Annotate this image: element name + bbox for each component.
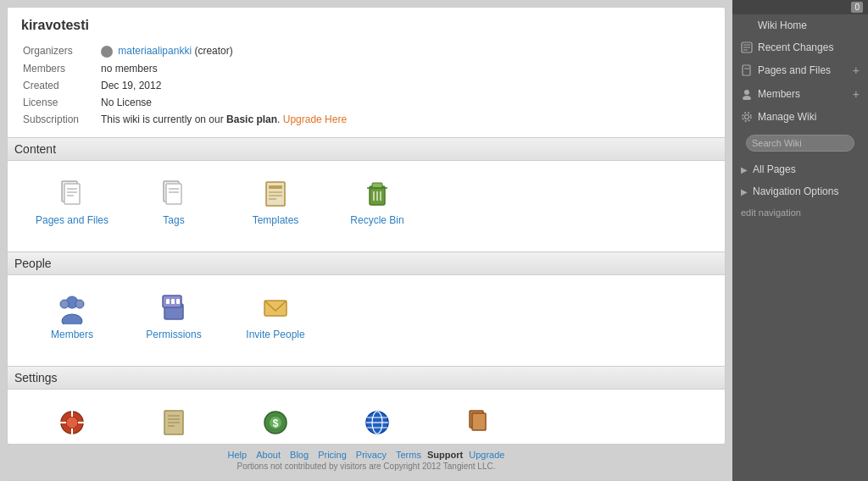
settings-section-header: Settings xyxy=(8,366,725,390)
pages-plus-btn[interactable]: + xyxy=(853,64,860,77)
organizers-label: Organizers xyxy=(23,43,99,59)
templates-label: Templates xyxy=(253,214,299,226)
tags-icon xyxy=(158,178,190,210)
pages-icon xyxy=(741,64,753,76)
svg-point-92 xyxy=(743,113,751,121)
sidebar-item-manage-wiki[interactable]: Manage Wiki xyxy=(732,106,868,128)
invite-icon xyxy=(259,292,292,324)
sidebar-item-pages[interactable]: Pages and Files + xyxy=(732,58,868,82)
search-input[interactable] xyxy=(746,135,854,152)
sidebar-item-navigation-options[interactable]: ▶ Navigation Options xyxy=(732,180,868,202)
footer-link-about[interactable]: About xyxy=(256,450,281,460)
footer-link-help[interactable]: Help xyxy=(228,450,248,460)
footer-link-pricing[interactable]: Pricing xyxy=(318,450,347,460)
sidebar-item-wiki-home[interactable]: Wiki Home xyxy=(732,14,868,36)
domain-icon xyxy=(361,406,393,439)
recycle-icon xyxy=(361,178,393,210)
icon-item-templates[interactable]: Templates xyxy=(225,171,326,233)
content_mgr-icon xyxy=(463,406,495,439)
wiki-home-label: Wiki Home xyxy=(758,19,807,31)
recent-changes-label: Recent Changes xyxy=(758,41,833,53)
recent-icon xyxy=(741,41,753,53)
license-value: No License xyxy=(101,95,709,110)
navigation-options-label: Navigation Options xyxy=(753,185,838,197)
sidebar-item-all-pages[interactable]: ▶ All Pages xyxy=(732,158,868,180)
svg-point-90 xyxy=(743,96,751,100)
footer-link-support: Support xyxy=(427,450,463,460)
icon-item-pages[interactable]: Pages and Files xyxy=(21,171,123,233)
members-icon xyxy=(741,88,753,100)
sidebar-top-bar: 0 xyxy=(732,0,868,14)
content-icon-grid: Pages and FilesTagsTemplatesRecycle Bin xyxy=(21,161,711,243)
icon-item-invite[interactable]: Invite People xyxy=(225,285,326,347)
members-label: Members xyxy=(23,61,99,76)
people-section-header: People xyxy=(8,252,725,275)
wikiinfo-icon xyxy=(158,406,190,439)
home-icon xyxy=(741,19,753,31)
sidebar-counter: 0 xyxy=(851,2,863,13)
people-icon-grid: MembersPermissionsInvite People xyxy=(21,275,711,357)
footer-link-upgrade[interactable]: Upgrade xyxy=(469,450,504,460)
sidebar-item-recent-changes[interactable]: Recent Changes xyxy=(732,36,868,58)
members-plus-btn[interactable]: + xyxy=(853,87,860,101)
footer-copyright: Portions not contributed by visitors are… xyxy=(7,462,726,471)
pages-label: Pages and Files xyxy=(36,214,108,226)
content-section-header: Content xyxy=(8,137,725,161)
members-icon xyxy=(56,292,88,324)
organizer-link[interactable]: materiaalipankki xyxy=(118,45,192,57)
members-label: Members xyxy=(758,88,800,100)
upgrade-link[interactable]: Upgrade Here xyxy=(283,113,347,125)
svg-point-89 xyxy=(744,90,749,95)
footer-link-privacy[interactable]: Privacy xyxy=(356,450,387,460)
templates-icon xyxy=(259,178,292,210)
svg-rect-87 xyxy=(743,65,750,75)
subscription-plan: Basic plan xyxy=(226,113,277,125)
footer-links: Help About Blog Pricing Privacy Terms Su… xyxy=(7,450,726,460)
pages-icon xyxy=(56,178,88,210)
subscription-text: This wiki is currently on our xyxy=(101,113,226,125)
recycle-label: Recycle Bin xyxy=(350,214,403,226)
lookfeel-icon xyxy=(56,406,88,439)
sidebar-search-container xyxy=(732,128,868,158)
edit-navigation-link[interactable]: edit navigation xyxy=(732,202,868,223)
members-value: no members xyxy=(101,61,709,76)
license-label: License xyxy=(23,95,99,110)
gear-icon xyxy=(741,111,753,123)
wiki-info-table: Organizers materiaalipankki (creator) Me… xyxy=(21,41,711,129)
svg-point-91 xyxy=(745,115,749,119)
created-value: Dec 19, 2012 xyxy=(101,78,709,93)
pages-files-label: Pages and Files xyxy=(758,64,831,76)
sidebar: 0 Wiki Home Recent Changes Pages and Fil… xyxy=(732,0,868,481)
sidebar-item-members[interactable]: Members + xyxy=(732,82,868,106)
subscription-label: Subscription xyxy=(23,112,99,127)
permissions-icon xyxy=(158,292,190,324)
all-pages-label: All Pages xyxy=(753,163,796,175)
created-label: Created xyxy=(23,78,99,93)
manage-wiki-label: Manage Wiki xyxy=(758,111,816,123)
wiki-title: kiravotesti xyxy=(21,18,711,33)
invite-label: Invite People xyxy=(246,329,304,340)
members-label: Members xyxy=(51,329,93,340)
footer-link-terms[interactable]: Terms xyxy=(396,450,421,460)
icon-item-recycle[interactable]: Recycle Bin xyxy=(326,171,428,233)
permissions-label: Permissions xyxy=(146,329,201,340)
footer-link-blog[interactable]: Blog xyxy=(290,450,309,460)
icon-item-members[interactable]: Members xyxy=(21,285,123,347)
icon-item-permissions[interactable]: Permissions xyxy=(123,285,225,347)
tags-label: Tags xyxy=(163,214,184,226)
subscription-icon xyxy=(259,406,292,439)
footer: Help About Blog Pricing Privacy Terms Su… xyxy=(7,445,726,474)
icon-item-tags[interactable]: Tags xyxy=(123,171,225,233)
